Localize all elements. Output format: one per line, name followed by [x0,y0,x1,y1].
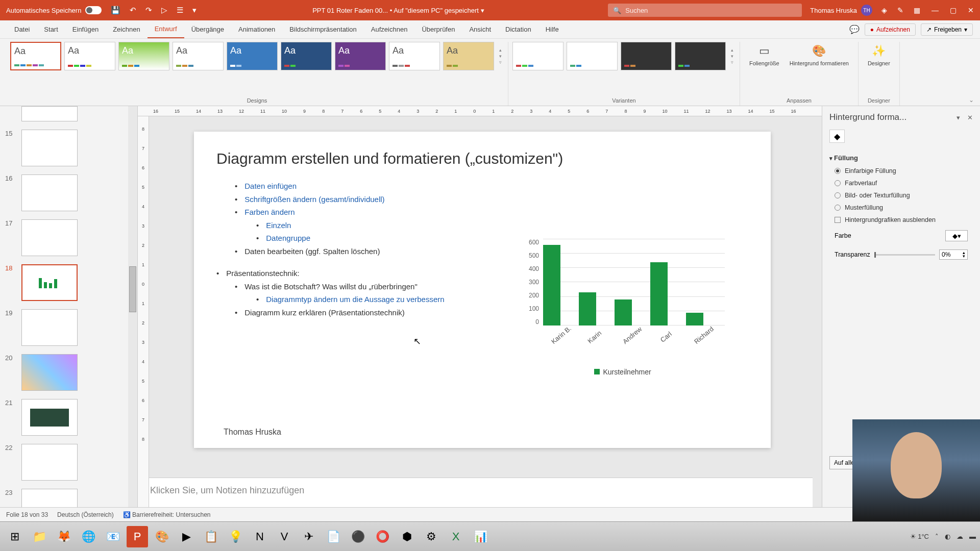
minimize-icon[interactable]: — [932,6,939,14]
language-indicator[interactable]: Deutsch (Österreich) [57,511,114,518]
variants-more-icon[interactable]: ▴▾▿ [729,42,736,70]
theme-2[interactable]: Aa [64,42,115,70]
weather-widget[interactable]: ☀ 1°C [910,533,929,540]
theme-office[interactable]: Aa [10,42,61,70]
thumb-17[interactable]: 17 [0,215,137,260]
pen-icon[interactable]: ✎ [897,6,903,14]
app-icon-2[interactable]: 📋 [200,526,222,547]
tray-chevron-icon[interactable]: ˄ [935,533,939,540]
tab-aufzeichnen[interactable]: Aufzeichnen [364,20,415,38]
start-button[interactable]: ⊞ [4,526,26,547]
theme-4[interactable]: Aa [173,42,224,70]
slide-chart[interactable]: 6005004003002001000 Karin B. Karin Andre… [521,239,725,376]
tab-entwurf[interactable]: Entwurf [148,20,184,38]
tray-icon-1[interactable]: ◐ [945,533,950,540]
chrome-icon[interactable]: 🌐 [78,526,99,547]
maximize-icon[interactable]: ▢ [950,6,957,14]
variant-1[interactable] [512,42,564,70]
cloud-icon[interactable]: ☁ [957,533,963,540]
notes-pane[interactable]: Klicken Sie, um Notizen hinzuzufügen [138,478,822,507]
solid-fill-radio[interactable]: Einfarbige Füllung [829,165,973,177]
pattern-fill-radio[interactable]: Musterfüllung [829,202,973,214]
thumb-21[interactable]: 21 [0,395,137,440]
tab-animationen[interactable]: Animationen [231,20,282,38]
transparency-input[interactable]: 0%▴▾ [939,249,968,260]
obs-icon[interactable]: ⚫ [347,526,369,547]
thumb-19[interactable]: 19 [0,305,137,350]
redo-icon[interactable]: ↷ [145,6,152,15]
slide-size-button[interactable]: ▭Foliengröße [744,42,785,68]
slide-canvas[interactable]: Diagramm erstellen und formatieren („cus… [194,132,771,448]
explorer-icon[interactable]: 📁 [29,526,50,547]
tab-start[interactable]: Start [37,20,65,38]
app-icon-4[interactable]: V [274,526,295,547]
document-title[interactable]: PPT 01 Roter Faden 00... • Auf "diesem P… [197,7,600,14]
transparency-slider[interactable] [874,254,935,256]
outlook-icon[interactable]: 📧 [102,526,124,547]
tab-zeichnen[interactable]: Zeichnen [106,20,147,38]
calendar-icon[interactable]: ▦ [914,6,920,14]
thumb-16[interactable]: 16 [0,170,137,215]
tab-ansicht[interactable]: Ansicht [462,20,498,38]
color-picker-button[interactable]: ◆▾ [945,230,968,241]
themes-more-icon[interactable]: ▴▾▿ [497,42,504,70]
theme-8[interactable]: Aa [389,42,440,70]
pane-dropdown-icon[interactable]: ▾ [957,114,960,121]
qat-dropdown-icon[interactable]: ▾ [192,6,197,15]
fill-tab-icon[interactable]: ◆ [829,130,845,143]
app-icon-1[interactable]: 🎨 [151,526,173,547]
autosave-toggle[interactable]: Automatisches Speichern [6,6,102,14]
from-beginning-icon[interactable]: ▷ [161,6,167,15]
slide-canvas-area[interactable]: Diagramm erstellen und formatieren („cus… [138,116,822,478]
slide-bullets[interactable]: Daten einfügen Schriftgrößen ändern (ges… [216,180,748,219]
tab-dictation[interactable]: Dictation [498,20,538,38]
theme-7[interactable]: Aa [335,42,386,70]
variant-2[interactable] [567,42,618,70]
search-box[interactable]: 🔍 Suchen [608,4,802,17]
slide-thumbnails[interactable]: 15 16 17 18 19 20 21 22 23 [0,106,138,507]
user-account[interactable]: Thomas Hruska TH [810,5,872,16]
tab-datei[interactable]: Datei [7,20,37,38]
tab-bildschirm[interactable]: Bildschirmpräsentation [282,20,364,38]
pane-close-icon[interactable]: ✕ [967,114,973,121]
fill-section-header[interactable]: Füllung [829,151,973,165]
slide-author[interactable]: Thomas Hruska [224,428,281,437]
slide-counter[interactable]: Folie 18 von 33 [6,511,48,518]
close-icon[interactable]: ✕ [968,6,974,14]
tab-ueberpruefen[interactable]: Überprüfen [414,20,462,38]
theme-3[interactable]: Aa [118,42,169,70]
theme-5[interactable]: Aa [227,42,278,70]
powerpoint-icon[interactable]: P [127,526,148,547]
variant-4[interactable] [675,42,726,70]
toggle-switch[interactable] [85,6,102,14]
app-icon-5[interactable]: 📄 [323,526,344,547]
tab-uebergaenge[interactable]: Übergänge [184,20,231,38]
thumb-23[interactable]: 23 [0,485,137,507]
app-icon-3[interactable]: 💡 [225,526,246,547]
telegram-icon[interactable]: ✈ [298,526,320,547]
thumb-14[interactable] [0,106,137,126]
tray-icon-2[interactable]: ▬ [969,533,976,540]
thumb-18[interactable]: 18 [0,260,137,305]
horizontal-ruler[interactable]: 1615141312111098765432101234567891011121… [138,106,822,116]
touch-mode-icon[interactable]: ☰ [177,6,183,15]
thumb-22[interactable]: 22 [0,440,137,485]
scrollbar-thumb[interactable] [129,266,136,312]
editor-scrollbar[interactable] [813,116,822,507]
app-icon-6[interactable]: ⭕ [372,526,393,547]
theme-6[interactable]: Aa [281,42,332,70]
share-button[interactable]: ↗ Freigeben ▾ [921,23,973,36]
onenote-icon[interactable]: N [249,526,271,547]
thumb-15[interactable]: 15 [0,126,137,170]
tab-hilfe[interactable]: Hilfe [538,20,566,38]
save-icon[interactable]: 💾 [111,6,120,15]
format-background-button[interactable]: 🎨Hintergrund formatieren [785,42,854,68]
collapse-ribbon-icon[interactable]: ⌄ [969,96,974,104]
comments-icon[interactable]: 💬 [849,24,860,34]
settings-icon[interactable]: ⚙ [421,526,442,547]
excel-icon[interactable]: X [445,526,467,547]
hide-bg-checkbox[interactable]: Hintergrundgrafiken ausblenden [829,214,973,226]
designer-button[interactable]: ✨Designer [863,42,895,68]
undo-icon[interactable]: ↶ [130,6,136,15]
thumb-20[interactable]: 20 [0,350,137,395]
